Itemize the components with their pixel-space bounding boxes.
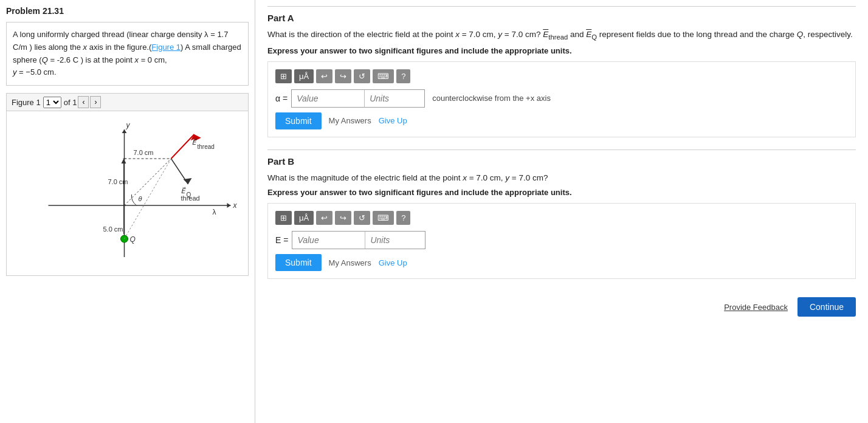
e-label: E = <box>275 235 288 245</box>
svg-marker-24 <box>122 159 126 163</box>
part-a-my-answers[interactable]: My Answers <box>329 116 371 125</box>
toolbar-refresh-btn-a[interactable]: ↺ <box>354 69 370 83</box>
part-a-input-row: α = counterclockwise from the +x axis <box>275 89 848 108</box>
keyboard-icon-a: ⌨ <box>377 72 389 81</box>
svg-text:thread: thread <box>198 143 215 150</box>
svg-text:y: y <box>126 121 131 129</box>
part-b-title: Part B <box>267 150 856 167</box>
svg-text:thread: thread <box>181 194 200 202</box>
keyboard-icon-b: ⌨ <box>377 213 389 222</box>
part-b-toolbar: ⊞ μÅ ↩ ↪ ↺ ⌨ <box>275 211 848 225</box>
part-a-section: Part A What is the direction of the elec… <box>267 6 856 137</box>
figure-select[interactable]: 1 <box>43 97 61 108</box>
footer-row: Provide Feedback Continue <box>267 291 856 317</box>
figure-label: Figure 1 <box>12 98 41 107</box>
redo-icon-b: ↪ <box>340 213 346 222</box>
svg-text:x: x <box>233 201 238 210</box>
help-icon-a: ? <box>401 72 405 81</box>
mu-icon-a: μÅ <box>299 72 309 81</box>
figure-of-label: of 1 <box>64 98 77 107</box>
continue-button[interactable]: Continue <box>797 297 856 317</box>
svg-text:E⃗: E⃗ <box>181 187 187 194</box>
part-a-units-input[interactable] <box>364 89 425 108</box>
part-a-instruction: Express your answer to two significant f… <box>267 46 856 55</box>
redo-icon-a: ↪ <box>340 72 346 81</box>
figure-link[interactable]: Figure 1 <box>151 43 181 52</box>
toolbar-help-btn-b[interactable]: ? <box>396 211 410 225</box>
figure-box: Figure 1 1 of 1 ‹ › x λ <box>6 93 249 276</box>
part-b-submit-btn[interactable]: Submit <box>275 254 322 271</box>
svg-text:7.0 cm: 7.0 cm <box>134 149 154 156</box>
mu-icon-b: μÅ <box>299 213 309 222</box>
svg-text:5.0 cm: 5.0 cm <box>103 225 123 233</box>
grid-icon-a: ⊞ <box>280 72 287 81</box>
part-a-give-up[interactable]: Give Up <box>379 116 407 125</box>
problem-text: A long uniformly charged thread (linear … <box>6 22 249 86</box>
svg-text:7.0 cm: 7.0 cm <box>108 178 128 185</box>
toolbar-keyboard-btn-a[interactable]: ⌨ <box>373 69 394 83</box>
part-a-title: Part A <box>267 6 856 23</box>
svg-line-30 <box>125 159 171 239</box>
svg-marker-5 <box>122 129 127 133</box>
alpha-label: α = <box>275 94 288 103</box>
part-b-give-up[interactable]: Give Up <box>379 258 407 267</box>
toolbar-undo-btn-b[interactable]: ↩ <box>316 211 332 225</box>
part-b-instruction: Express your answer to two significant f… <box>267 188 856 197</box>
svg-text:λ: λ <box>213 208 216 216</box>
part-b-my-answers[interactable]: My Answers <box>329 258 371 267</box>
toolbar-grid-btn-a[interactable]: ⊞ <box>275 69 292 83</box>
refresh-icon-a: ↺ <box>359 72 365 81</box>
part-b-answer-box: ⊞ μÅ ↩ ↪ ↺ ⌨ <box>267 203 856 279</box>
toolbar-keyboard-btn-b[interactable]: ⌨ <box>373 211 394 225</box>
figure-next-btn[interactable]: › <box>90 96 101 108</box>
part-a-answer-box: ⊞ μÅ ↩ ↪ ↺ ⌨ <box>267 61 856 137</box>
toolbar-redo-btn-a[interactable]: ↪ <box>335 69 351 83</box>
toolbar-redo-btn-b[interactable]: ↪ <box>335 211 351 225</box>
toolbar-undo-btn-a[interactable]: ↩ <box>316 69 332 83</box>
part-b-input-row: E = <box>275 231 848 249</box>
undo-icon-a: ↩ <box>321 72 328 81</box>
part-a-action-row: Submit My Answers Give Up <box>275 112 848 129</box>
grid-icon-b: ⊞ <box>280 213 287 222</box>
figure-prev-btn[interactable]: ‹ <box>78 96 89 108</box>
part-a-value-input[interactable] <box>291 89 364 108</box>
part-b-action-row: Submit My Answers Give Up <box>275 254 848 271</box>
help-icon-b: ? <box>401 213 405 222</box>
part-a-suffix: counterclockwise from the +x axis <box>432 94 551 103</box>
toolbar-help-btn-a[interactable]: ? <box>396 69 410 83</box>
svg-text:θ: θ <box>139 195 142 202</box>
problem-title: Problem 21.31 <box>6 6 249 16</box>
part-b-units-input[interactable] <box>365 231 425 249</box>
svg-marker-1 <box>227 203 231 208</box>
part-a-toolbar: ⊞ μÅ ↩ ↪ ↺ ⌨ <box>275 69 848 83</box>
part-b-section: Part B What is the magnitude of the elec… <box>267 150 856 280</box>
undo-icon-b: ↩ <box>321 213 328 222</box>
toolbar-grid-btn-b[interactable]: ⊞ <box>275 211 292 225</box>
part-b-value-input[interactable] <box>292 231 365 249</box>
svg-text:Q: Q <box>130 235 136 244</box>
toolbar-refresh-btn-b[interactable]: ↺ <box>354 211 370 225</box>
part-a-question: What is the direction of the electric fi… <box>267 28 856 43</box>
toolbar-mu-btn-b[interactable]: μÅ <box>294 211 314 225</box>
part-b-question: What is the magnitude of the electric fi… <box>267 171 856 185</box>
figure-canvas: x λ y <box>7 111 248 275</box>
svg-line-10 <box>125 159 171 205</box>
toolbar-mu-btn-a[interactable]: μÅ <box>294 69 314 83</box>
svg-line-12 <box>171 134 195 159</box>
provide-feedback-link[interactable]: Provide Feedback <box>724 303 788 312</box>
refresh-icon-b: ↺ <box>359 213 365 222</box>
part-a-submit-btn[interactable]: Submit <box>275 112 322 129</box>
